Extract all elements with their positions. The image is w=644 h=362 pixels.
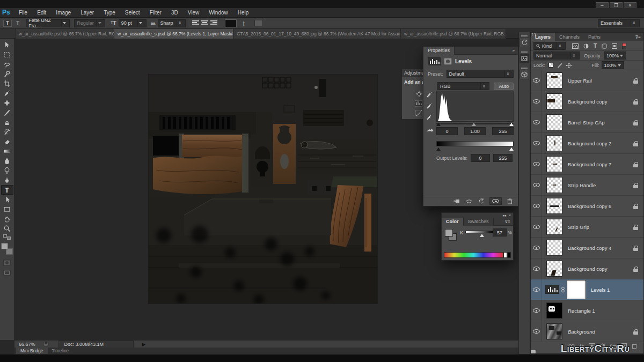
font-family-select[interactable]: Fette UNZ Fra... xyxy=(26,19,70,27)
panel-collapse-icon[interactable]: ◂◂ xyxy=(502,213,506,218)
curves-adjustment-icon[interactable] xyxy=(415,110,422,117)
history-brush-tool[interactable] xyxy=(1,127,13,137)
panel-collapse-icon[interactable]: » xyxy=(513,48,518,53)
3d-panel-icon[interactable] xyxy=(519,70,529,79)
document-tab-2-active[interactable]: w_ar_assaultrifle_s.psd @ 66.7% (Levels … xyxy=(114,29,233,39)
menu-image[interactable]: Image xyxy=(51,10,76,16)
k-slider[interactable] xyxy=(465,231,493,233)
layer-mask-thumbnail[interactable] xyxy=(567,280,586,299)
screen-mode-icon[interactable] xyxy=(1,268,13,277)
opacity-field[interactable]: 100% xyxy=(604,51,626,60)
panel-close-icon[interactable]: × xyxy=(509,213,511,217)
font-size-select[interactable]: 90 pt xyxy=(119,19,147,27)
rectangular-marquee-tool[interactable] xyxy=(1,50,13,60)
visibility-toggle[interactable] xyxy=(531,133,542,153)
anti-alias-select[interactable]: Sharp ⇕ xyxy=(158,19,186,27)
text-color-swatch[interactable] xyxy=(225,19,237,27)
k-value-field[interactable]: 57 xyxy=(493,228,507,237)
document-tab-4[interactable]: w_ar_assaultrifle.psd @ 66.7% (Upper Rai… xyxy=(401,29,506,39)
menu-help[interactable]: Help xyxy=(233,10,254,16)
layer-thumbnail[interactable] xyxy=(546,198,562,214)
swatches-tab[interactable]: Swatches xyxy=(464,218,494,226)
clone-stamp-tool[interactable] xyxy=(1,117,13,127)
layer-row-background-copy[interactable]: Background copy xyxy=(531,91,643,112)
visibility-toggle[interactable] xyxy=(531,175,542,195)
quick-selection-tool[interactable] xyxy=(1,69,13,79)
type-tool[interactable]: T xyxy=(1,185,13,195)
pen-tool[interactable] xyxy=(1,175,13,185)
document-tab-3[interactable]: GTA5_2015_06_01_17_10_49_680.jpg @ 66.7%… xyxy=(233,29,401,39)
rectangle-tool[interactable] xyxy=(1,204,13,214)
visibility-toggle[interactable] xyxy=(531,70,542,91)
hand-tool[interactable] xyxy=(1,214,13,224)
blend-mode-select[interactable]: Normal ⇕ xyxy=(533,51,580,60)
timeline-tab[interactable]: Timeline xyxy=(48,348,74,354)
filter-type-layers-icon[interactable]: T xyxy=(594,43,597,49)
font-family-dropdown-icon[interactable] xyxy=(61,20,67,27)
visibility-toggle[interactable] xyxy=(531,217,542,237)
layer-thumbnail[interactable] xyxy=(546,114,562,130)
font-style-select[interactable]: Regular xyxy=(74,19,105,27)
panel-menu-icon[interactable]: ⊽≡ xyxy=(504,219,513,224)
layer-row-upper-rail[interactable]: Upper Rail xyxy=(531,70,643,91)
spot-healing-brush-tool[interactable] xyxy=(1,98,13,108)
layer-row-levels-1-selected[interactable]: Levels 1 xyxy=(531,279,643,300)
output-low-field[interactable]: 0 xyxy=(471,154,490,162)
black-point-eyedropper-icon[interactable] xyxy=(426,92,433,98)
layer-thumbnail[interactable] xyxy=(546,302,562,319)
status-arrow-icon[interactable]: ▶ xyxy=(142,342,146,347)
blur-tool[interactable] xyxy=(1,156,13,166)
filter-shape-layers-icon[interactable] xyxy=(602,43,607,49)
document-tab-1[interactable]: w_ar_assaultrifle.psd @ 66.7% (Upper Rai… xyxy=(16,29,114,39)
menu-3d[interactable]: 3D xyxy=(166,10,183,16)
black-swatch[interactable] xyxy=(507,252,511,258)
output-high-field[interactable]: 255 xyxy=(493,154,513,162)
layer-thumbnail[interactable] xyxy=(546,177,562,193)
layer-thumbnail[interactable] xyxy=(546,219,562,235)
levels-adjustment-icon[interactable] xyxy=(415,100,422,108)
gray-point-eyedropper-icon[interactable] xyxy=(426,103,433,109)
font-size-dropdown-icon[interactable] xyxy=(137,20,144,27)
mini-bridge-tab[interactable]: Mini Bridge xyxy=(16,348,48,354)
blend-dropdown-icon[interactable]: ⇕ xyxy=(570,52,577,59)
mini-bridge-panel-icon[interactable] xyxy=(519,54,529,63)
warp-text-icon[interactable]: ʈ xyxy=(243,20,245,26)
visibility-toggle[interactable] xyxy=(531,91,542,112)
preset-select[interactable]: Default ⇕ xyxy=(447,70,514,78)
filter-pixel-layers-icon[interactable] xyxy=(572,43,579,49)
menu-filter[interactable]: Filter xyxy=(145,10,166,16)
foreground-color-swatch[interactable] xyxy=(1,243,8,249)
visibility-toggle[interactable] xyxy=(531,279,542,300)
filter-toggle-icon[interactable] xyxy=(622,43,626,49)
layer-row-rectangle-1[interactable]: Rectangle 1 xyxy=(531,300,643,321)
swap-colors-icon[interactable] xyxy=(3,234,11,240)
input-highlight-field[interactable]: 255 xyxy=(492,127,514,135)
k-slider-handle[interactable] xyxy=(480,234,484,237)
gradient-tool[interactable] xyxy=(1,146,13,156)
layer-thumbnail[interactable] xyxy=(546,323,562,339)
menu-select[interactable]: Select xyxy=(120,10,145,16)
workspace-dropdown-icon[interactable]: ⇕ xyxy=(631,20,637,27)
channels-tab[interactable]: Channels xyxy=(555,33,584,41)
path-selection-tool[interactable] xyxy=(1,195,13,204)
crop-tool[interactable] xyxy=(1,79,13,88)
layer-row-background-copy-6[interactable]: Background copy 6 xyxy=(531,196,643,217)
lock-transparency-icon[interactable] xyxy=(548,63,553,68)
color-spectrum-bar[interactable] xyxy=(444,252,511,258)
filter-kind-select[interactable]: Kind ⇕ xyxy=(533,42,566,50)
layer-row-background-copy-b[interactable]: Background copy xyxy=(531,258,643,279)
brush-tool[interactable] xyxy=(1,108,13,117)
channel-select[interactable]: RGB ⇕ xyxy=(437,82,489,90)
properties-tab[interactable]: Properties xyxy=(423,47,455,55)
input-slider-track[interactable] xyxy=(436,122,514,127)
layer-row-strip-grip[interactable]: Strip Grip xyxy=(531,217,643,238)
color-tab[interactable]: Color xyxy=(442,218,464,226)
highlight-input-slider[interactable] xyxy=(509,123,514,126)
move-tool[interactable] xyxy=(1,40,13,50)
layer-row-background-copy-2[interactable]: Background copy 2 xyxy=(531,133,643,154)
menu-layer[interactable]: Layer xyxy=(76,10,99,16)
fill-dropdown-icon[interactable] xyxy=(617,62,621,69)
layer-row-background-copy-4[interactable]: Background copy 4 xyxy=(531,238,643,258)
layer-row-barrel-strip-cap[interactable]: Barrel Strip CAp xyxy=(531,112,643,133)
foreground-color-swatch[interactable] xyxy=(445,229,453,237)
